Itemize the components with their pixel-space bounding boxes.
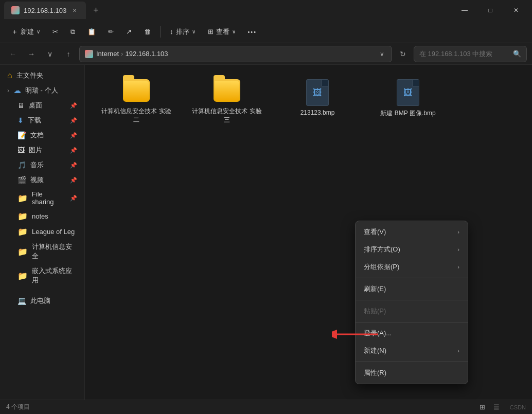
address-dropdown-button[interactable]: ∨ xyxy=(378,48,386,60)
sort-button[interactable]: ↕ 排序 ∨ xyxy=(165,24,201,40)
refresh-button[interactable]: ↻ xyxy=(395,46,411,62)
ctx-group[interactable]: 分组依据(P) › xyxy=(356,258,468,276)
pin-icon: 📌 xyxy=(70,132,77,139)
ctx-arrow-icon: › xyxy=(457,264,459,270)
ctx-sort[interactable]: 排序方式(O) › xyxy=(356,241,468,258)
sidebar-item-cloud[interactable]: › ☁ 明瑞 - 个人 xyxy=(2,83,82,98)
sort-dropdown-icon: ∨ xyxy=(192,29,196,34)
delete-button[interactable]: 🗑 xyxy=(139,25,156,39)
list-view-button[interactable]: ☰ xyxy=(491,402,502,412)
desktop-icon: 🖥 xyxy=(17,101,25,110)
toolbar-separator xyxy=(160,26,161,38)
sidebar-item-security[interactable]: 📁 计算机信息安全 xyxy=(2,240,82,263)
new-button[interactable]: ＋ 新建 ∨ xyxy=(6,24,45,40)
new-tab-button[interactable]: + xyxy=(89,3,103,18)
security-folder-icon: 📁 xyxy=(17,247,28,257)
pin-icon: 📌 xyxy=(70,147,77,154)
sidebar: ⌂ 主文件夹 › ☁ 明瑞 - 个人 🖥 桌面 📌 ⬇ 下载 📌 📝 文档 📌 xyxy=(0,65,85,400)
sidebar-item-music[interactable]: 🎵 音乐 📌 xyxy=(2,158,82,172)
search-input[interactable] xyxy=(419,50,510,58)
ctx-new[interactable]: 新建(N) › xyxy=(356,342,468,359)
view-button[interactable]: ⊞ 查看 ∨ xyxy=(203,24,241,40)
search-submit-button[interactable]: 🔍 xyxy=(513,50,521,58)
sidebar-item-desktop[interactable]: 🖥 桌面 📌 xyxy=(2,98,82,113)
up-button[interactable]: ∨ xyxy=(42,46,58,62)
sidebar-item-notes[interactable]: 📁 notes xyxy=(2,209,82,224)
paste-button[interactable]: 📋 xyxy=(82,25,101,39)
download-icon: ⬇ xyxy=(17,116,24,124)
address-bar-icon xyxy=(85,50,93,58)
more-icon: ••• xyxy=(248,29,257,35)
search-bar[interactable]: 🔍 xyxy=(414,46,527,62)
file-item[interactable]: 🖼 213123.bmp xyxy=(276,75,359,129)
file-name: 新建 BMP 图像.bmp xyxy=(380,109,435,118)
ctx-separator xyxy=(356,322,468,322)
sidebar-item-filesharing[interactable]: 📁 File sharing 📌 xyxy=(2,188,82,208)
ctx-refresh[interactable]: 刷新(E) xyxy=(356,280,468,298)
annotation-arrow xyxy=(332,327,383,344)
sidebar-item-league[interactable]: 📁 League of Leg xyxy=(2,224,82,239)
context-menu: 查看(V) › 排序方式(O) › 分组依据(P) › 刷新(E) 粘贴(P) … xyxy=(355,221,468,384)
notes-folder-icon: 📁 xyxy=(17,211,28,221)
close-button[interactable]: ✕ xyxy=(504,2,528,19)
address-text: Internet › 192.168.1.103 xyxy=(96,50,168,58)
ctx-properties[interactable]: 属性(R) xyxy=(356,364,468,382)
pin-icon: 📌 xyxy=(70,195,77,202)
ctx-paste: 粘贴(P) xyxy=(356,302,468,320)
folder-item[interactable]: 计算机信息安全技术 实验三 xyxy=(186,75,268,129)
status-bar: 4 个项目 ⊞ ☰ CSDN xyxy=(0,400,532,414)
grid-view-button[interactable]: ⊞ xyxy=(477,402,487,412)
status-right: ⊞ ☰ CSDN xyxy=(477,402,526,412)
pc-icon: 💻 xyxy=(17,297,26,305)
sidebar-item-documents[interactable]: 📝 文档 📌 xyxy=(2,128,82,142)
address-internet[interactable]: Internet xyxy=(96,50,119,58)
sidebar-item-pictures[interactable]: 🖼 图片 📌 xyxy=(2,143,82,157)
sidebar-item-videos[interactable]: 🎬 视频 📌 xyxy=(2,173,82,187)
ctx-separator xyxy=(356,362,468,362)
music-icon: 🎵 xyxy=(17,161,26,169)
main-layout: ⌂ 主文件夹 › ☁ 明瑞 - 个人 🖥 桌面 📌 ⬇ 下载 📌 📝 文档 📌 xyxy=(0,65,532,400)
ctx-separator xyxy=(356,300,468,300)
forward-button[interactable]: → xyxy=(24,46,39,62)
cut-icon: ✂ xyxy=(52,28,58,35)
address-ip[interactable]: 192.168.1.103 xyxy=(125,50,168,58)
league-folder-icon: 📁 xyxy=(17,227,28,237)
file-item[interactable]: 🖼 新建 BMP 图像.bmp xyxy=(367,75,449,129)
pin-icon: 📌 xyxy=(70,162,77,169)
filesharing-folder-icon: 📁 xyxy=(17,193,28,203)
videos-icon: 🎬 xyxy=(17,176,26,184)
title-bar: 192.168.1.103 ✕ + — □ ✕ xyxy=(0,0,532,21)
rename-button[interactable]: ✏ xyxy=(103,25,119,39)
browser-tab[interactable]: 192.168.1.103 ✕ xyxy=(4,2,86,19)
folder-item[interactable]: 计算机信息安全技术 实验二 xyxy=(95,75,178,129)
copy-button[interactable]: ⧉ xyxy=(65,25,80,39)
sort-icon: ↕ xyxy=(170,28,173,35)
back-button[interactable]: ← xyxy=(5,46,21,62)
navigation-bar: ← → ∨ ↑ Internet › 192.168.1.103 ∨ ↻ 🔍 xyxy=(0,43,532,65)
paste-icon: 📋 xyxy=(87,28,96,35)
new-dropdown-icon: ∨ xyxy=(37,29,40,34)
ctx-view[interactable]: 查看(V) › xyxy=(356,223,468,241)
pin-icon: 📌 xyxy=(70,117,77,124)
ctx-arrow-icon: › xyxy=(457,229,459,235)
maximize-button[interactable]: □ xyxy=(478,2,502,19)
cut-button[interactable]: ✂ xyxy=(47,25,63,39)
csdn-watermark: CSDN xyxy=(510,404,526,410)
share-icon: ↗ xyxy=(126,28,132,35)
documents-icon: 📝 xyxy=(17,131,26,139)
sidebar-item-home[interactable]: ⌂ 主文件夹 xyxy=(2,68,82,83)
sidebar-item-thispc[interactable]: 💻 此电脑 xyxy=(2,294,82,308)
sidebar-item-embedded[interactable]: 📁 嵌入式系统应用 xyxy=(2,264,82,287)
address-bar[interactable]: Internet › 192.168.1.103 ∨ xyxy=(79,46,392,62)
copy-icon: ⧉ xyxy=(70,28,75,36)
file-grid: 计算机信息安全技术 实验二 计算机信息安全技术 实验三 🖼 213123.bmp xyxy=(95,75,522,129)
tab-close-button[interactable]: ✕ xyxy=(70,6,79,14)
folder-name: 计算机信息安全技术 实验三 xyxy=(191,107,263,124)
share-button[interactable]: ↗ xyxy=(121,25,137,39)
parent-dir-button[interactable]: ↑ xyxy=(61,46,76,62)
sidebar-item-downloads[interactable]: ⬇ 下载 📌 xyxy=(2,113,82,128)
more-button[interactable]: ••• xyxy=(243,26,262,38)
minimize-button[interactable]: — xyxy=(453,2,476,19)
view-icon: ⊞ xyxy=(208,28,214,35)
folder-icon-large xyxy=(123,79,150,102)
